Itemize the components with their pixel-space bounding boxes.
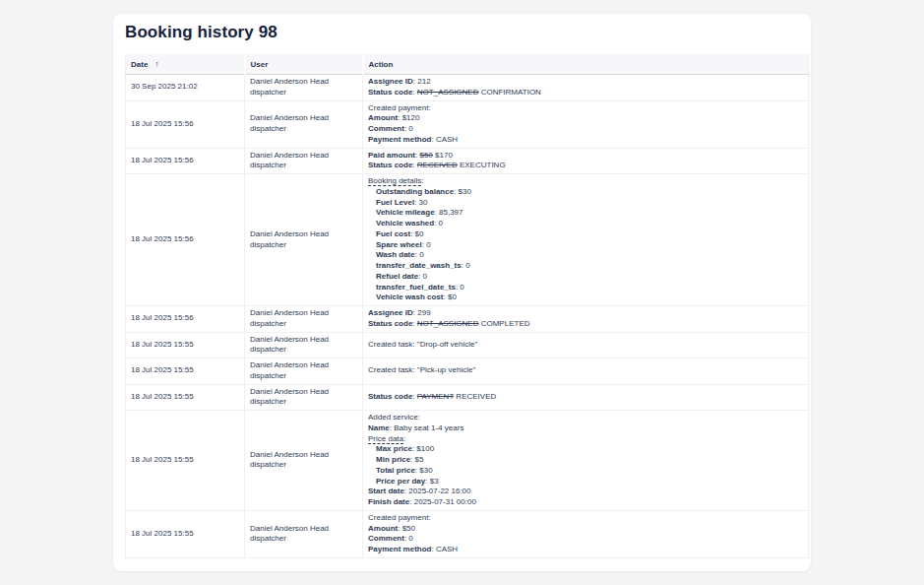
field-text: : $30 bbox=[454, 187, 471, 196]
date-cell: 18 Jul 2025 15:56 bbox=[126, 148, 245, 174]
date-cell: 30 Sep 2025 21:02 bbox=[126, 75, 245, 101]
column-header-user-label: User bbox=[251, 60, 269, 69]
field-label: Price per day bbox=[376, 477, 425, 486]
action-cell: Created task: "Drop-off vehicle" bbox=[363, 332, 809, 358]
action-line: Price data: bbox=[368, 434, 803, 445]
field-text: CONFIRMATION bbox=[478, 88, 540, 97]
table-row: 18 Jul 2025 15:55Daniel Anderson Head di… bbox=[126, 332, 809, 358]
field-text: Created payment: bbox=[368, 103, 431, 112]
sort-ascending-icon[interactable]: ↑ bbox=[154, 59, 159, 69]
action-line: Comment: 0 bbox=[368, 534, 803, 545]
action-cell: Added service:Name: Baby seat 1-4 yearsP… bbox=[363, 411, 809, 511]
field-text: : 0 bbox=[456, 283, 464, 292]
action-line: Status code: NOT_ASSIGNED COMPLETED bbox=[368, 319, 803, 330]
old-value-strikethrough: NOT_ASSIGNED bbox=[417, 88, 479, 97]
action-line: Min price: $5 bbox=[368, 455, 803, 466]
action-line: Vehicle washed: 0 bbox=[368, 219, 803, 229]
action-line: transfer_fuel_date_ts: 0 bbox=[368, 283, 803, 293]
field-text: : $0 bbox=[410, 229, 423, 238]
old-value-strikethrough: RECEIVED bbox=[417, 161, 458, 169]
user-cell: Daniel Anderson Head dispatcher bbox=[245, 332, 363, 358]
field-text: RECEIVED bbox=[454, 392, 496, 401]
field-label: Refuel date bbox=[376, 272, 418, 281]
table-header-row: Date↑ User Action bbox=[126, 54, 809, 75]
field-label: Status code bbox=[368, 161, 412, 169]
field-text: Added service: bbox=[368, 413, 420, 422]
field-text: Created payment: bbox=[368, 513, 431, 522]
action-line: Amount: $50 bbox=[368, 524, 803, 535]
field-text: : $5 bbox=[410, 455, 423, 464]
action-line: Status code: NOT_ASSIGNED CONFIRMATION bbox=[368, 88, 803, 98]
table-row: 18 Jul 2025 15:56Daniel Anderson Head di… bbox=[126, 306, 809, 333]
field-text: : $0 bbox=[443, 292, 456, 301]
action-line: Added service: bbox=[368, 413, 803, 423]
field-text: : $50 bbox=[398, 524, 415, 533]
column-header-user: User bbox=[245, 54, 363, 75]
action-line: Fuel Level: 30 bbox=[368, 198, 803, 209]
field-label: Payment method bbox=[368, 135, 431, 144]
action-line: Finish date: 2025-07-31 00:00 bbox=[368, 497, 803, 508]
user-cell: Daniel Anderson Head dispatcher bbox=[245, 148, 363, 174]
action-cell: Paid amount: $50 $170Status code: RECEIV… bbox=[363, 148, 809, 174]
field-text: : 0 bbox=[422, 240, 431, 249]
action-cell: Status code: PAYMENT RECEIVED bbox=[363, 384, 809, 411]
field-label: Amount bbox=[368, 524, 398, 533]
old-value-strikethrough: PAYMENT bbox=[417, 392, 454, 401]
table-row: 18 Jul 2025 15:55Daniel Anderson Head di… bbox=[126, 358, 809, 385]
field-text: $170 bbox=[433, 151, 453, 160]
field-text: : 212 bbox=[413, 77, 431, 86]
detail-group-title: Booking details bbox=[368, 176, 421, 185]
field-label: Assignee ID bbox=[368, 308, 413, 317]
column-header-action: Action bbox=[363, 54, 809, 75]
old-value-strikethrough: $50 bbox=[419, 151, 432, 160]
table-row: 18 Jul 2025 15:55Daniel Anderson Head di… bbox=[126, 411, 809, 511]
date-cell: 18 Jul 2025 15:56 bbox=[126, 306, 245, 333]
field-label: Payment method bbox=[368, 545, 431, 553]
column-header-date[interactable]: Date↑ bbox=[126, 54, 245, 75]
table-row: 18 Jul 2025 15:56Daniel Anderson Head di… bbox=[126, 100, 809, 148]
date-cell: 18 Jul 2025 15:55 bbox=[126, 358, 245, 385]
action-cell: Assignee ID: 212Status code: NOT_ASSIGNE… bbox=[363, 75, 809, 101]
user-cell: Daniel Anderson Head dispatcher bbox=[245, 411, 363, 511]
action-cell: Created payment:Amount: $120Comment: 0Pa… bbox=[363, 100, 809, 148]
field-text: : $30 bbox=[415, 466, 433, 475]
action-line: Comment: 0 bbox=[368, 124, 803, 135]
action-line: Payment method: CASH bbox=[368, 545, 803, 555]
date-cell: 18 Jul 2025 15:55 bbox=[126, 384, 245, 411]
field-text: : bbox=[421, 176, 423, 185]
field-label: Status code bbox=[368, 319, 412, 328]
field-text: : 30 bbox=[414, 198, 427, 207]
field-label: Vehicle wash cost bbox=[376, 292, 443, 301]
field-text: : 299 bbox=[413, 308, 431, 317]
field-label: Fuel Level bbox=[376, 198, 414, 207]
field-label: transfer_date_wash_ts bbox=[376, 261, 462, 270]
table-body: 30 Sep 2025 21:02Daniel Anderson Head di… bbox=[126, 75, 809, 558]
action-line: Created task: "Pick-up vehicle" bbox=[368, 365, 803, 376]
field-label: Spare wheel bbox=[376, 240, 422, 249]
field-text: : 0 bbox=[404, 534, 413, 543]
field-text: COMPLETED bbox=[478, 319, 529, 328]
column-header-action-label: Action bbox=[369, 60, 394, 69]
action-cell: Assignee ID: 299Status code: NOT_ASSIGNE… bbox=[363, 306, 809, 333]
user-cell: Daniel Anderson Head dispatcher bbox=[245, 384, 363, 411]
table-row: 18 Jul 2025 15:55Daniel Anderson Head di… bbox=[126, 510, 809, 557]
field-label: Amount bbox=[368, 113, 398, 122]
table-row: 18 Jul 2025 15:56Daniel Anderson Head di… bbox=[126, 174, 809, 306]
user-cell: Daniel Anderson Head dispatcher bbox=[245, 174, 363, 306]
field-text: : 2025-07-22 16:00 bbox=[404, 487, 471, 495]
action-line: Price per day: $3 bbox=[368, 477, 803, 488]
field-text: : 0 bbox=[418, 272, 427, 281]
action-line: Assignee ID: 212 bbox=[368, 77, 803, 88]
field-text: : $3 bbox=[425, 477, 438, 486]
user-cell: Daniel Anderson Head dispatcher bbox=[245, 510, 363, 557]
field-label: transfer_fuel_date_ts bbox=[376, 283, 456, 292]
action-line: Status code: RECEIVED EXECUTING bbox=[368, 161, 803, 171]
detail-group-title: Price data bbox=[368, 434, 403, 443]
field-label: Wash date bbox=[376, 250, 415, 259]
action-cell: Created payment:Amount: $50Comment: 0Pay… bbox=[363, 510, 809, 557]
action-line: Wash date: 0 bbox=[368, 250, 803, 261]
date-cell: 18 Jul 2025 15:55 bbox=[126, 510, 245, 557]
field-text: : 0 bbox=[434, 219, 443, 228]
action-line: Total price: $30 bbox=[368, 466, 803, 477]
table-row: 18 Jul 2025 15:55Daniel Anderson Head di… bbox=[126, 384, 809, 411]
